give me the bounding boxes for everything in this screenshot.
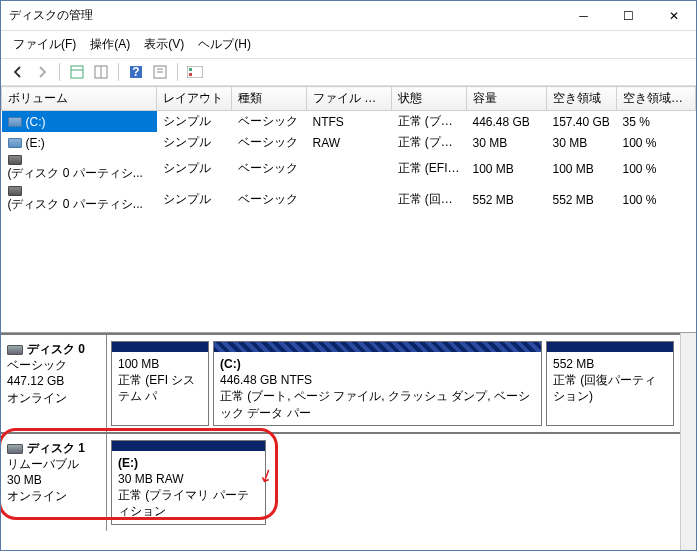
- table-row[interactable]: (ディスク 0 パーティシ...シンプルベーシック正常 (EFI ...100 …: [2, 153, 696, 184]
- disk-status: オンライン: [7, 488, 100, 504]
- col-fs[interactable]: ファイル システム: [307, 87, 392, 111]
- svg-rect-10: [189, 68, 192, 71]
- disk-icon: [7, 345, 23, 355]
- col-volume[interactable]: ボリューム: [2, 87, 157, 111]
- col-pct[interactable]: 空き領域の割...: [617, 87, 696, 111]
- menu-file[interactable]: ファイル(F): [7, 33, 82, 56]
- partition[interactable]: (C:) 446.48 GB NTFS 正常 (ブート, ページ ファイル, ク…: [213, 341, 542, 426]
- volume-icon: [8, 117, 22, 127]
- toolbar-legend-icon[interactable]: [184, 61, 206, 83]
- table-row[interactable]: (C:)シンプルベーシックNTFS正常 (ブート...446.48 GB157.…: [2, 111, 696, 133]
- partition-name: (C:): [220, 356, 535, 372]
- partition-status: 正常 (EFI システム パ: [118, 372, 202, 404]
- volume-icon: [8, 155, 22, 165]
- disk-map-area: ディスク 0 ベーシック 447.12 GB オンライン 100 MB 正常 (…: [1, 333, 696, 551]
- disk-partitions: (E:) 30 MB RAW 正常 (プライマリ パーティション ↙: [107, 434, 680, 531]
- close-button[interactable]: ✕: [651, 1, 696, 30]
- partition-name: (E:): [118, 455, 259, 471]
- col-capacity[interactable]: 容量: [467, 87, 547, 111]
- window-title: ディスクの管理: [9, 7, 561, 24]
- partition-status: 正常 (ブート, ページ ファイル, クラッシュ ダンプ, ベーシック データ …: [220, 388, 535, 420]
- menu-bar: ファイル(F) 操作(A) 表示(V) ヘルプ(H): [1, 31, 696, 58]
- partition-status: 正常 (プライマリ パーティション: [118, 487, 259, 519]
- disk-size: 30 MB: [7, 472, 100, 488]
- partition-header: [214, 342, 541, 352]
- partition-status: 正常 (回復パーティション): [553, 372, 667, 404]
- col-layout[interactable]: レイアウト: [157, 87, 232, 111]
- toolbar-view-icon[interactable]: [66, 61, 88, 83]
- svg-rect-9: [187, 66, 203, 78]
- vertical-scrollbar[interactable]: [680, 333, 696, 551]
- minimize-button[interactable]: ─: [561, 1, 606, 30]
- col-type[interactable]: 種類: [232, 87, 307, 111]
- disk-row: ディスク 1 リムーバブル 30 MB オンライン (E:) 30 MB RAW…: [1, 432, 680, 531]
- disk-row: ディスク 0 ベーシック 447.12 GB オンライン 100 MB 正常 (…: [1, 333, 680, 432]
- partition[interactable]: 552 MB 正常 (回復パーティション): [546, 341, 674, 426]
- svg-text:?: ?: [132, 65, 139, 79]
- disk-status: オンライン: [7, 390, 100, 406]
- toolbar-properties-icon[interactable]: [90, 61, 112, 83]
- table-header-row: ボリューム レイアウト 種類 ファイル システム 状態 容量 空き領域 空き領域…: [2, 87, 696, 111]
- separator: [59, 63, 60, 81]
- disk-name: ディスク 1: [27, 441, 85, 455]
- title-bar: ディスクの管理 ─ ☐ ✕: [1, 1, 696, 31]
- disk-partitions: 100 MB 正常 (EFI システム パ (C:) 446.48 GB NTF…: [107, 335, 680, 432]
- col-free[interactable]: 空き領域: [547, 87, 617, 111]
- disk-size: 447.12 GB: [7, 373, 100, 389]
- menu-view[interactable]: 表示(V): [138, 33, 190, 56]
- back-button[interactable]: [7, 61, 29, 83]
- table-row[interactable]: (ディスク 0 パーティシ...シンプルベーシック正常 (回復...552 MB…: [2, 184, 696, 215]
- refresh-icon[interactable]: [149, 61, 171, 83]
- disk-info[interactable]: ディスク 0 ベーシック 447.12 GB オンライン: [1, 335, 107, 432]
- partition-size: 552 MB: [553, 356, 667, 372]
- disk-map: ディスク 0 ベーシック 447.12 GB オンライン 100 MB 正常 (…: [1, 333, 680, 551]
- volume-list: ボリューム レイアウト 種類 ファイル システム 状態 容量 空き領域 空き領域…: [1, 86, 696, 333]
- disk-icon: [7, 444, 23, 454]
- disk-info[interactable]: ディスク 1 リムーバブル 30 MB オンライン: [1, 434, 107, 531]
- menu-action[interactable]: 操作(A): [84, 33, 136, 56]
- partition-size: 100 MB: [118, 356, 202, 372]
- svg-rect-0: [71, 66, 83, 78]
- table-row[interactable]: (E:)シンプルベーシックRAW正常 (プラ...30 MB30 MB100 %: [2, 132, 696, 153]
- disk-name: ディスク 0: [27, 342, 85, 356]
- separator: [118, 63, 119, 81]
- partition-header: [112, 441, 265, 451]
- svg-rect-11: [189, 73, 192, 76]
- volume-table: ボリューム レイアウト 種類 ファイル システム 状態 容量 空き領域 空き領域…: [1, 86, 696, 215]
- partition-size: 30 MB RAW: [118, 471, 259, 487]
- partition-header: [112, 342, 208, 352]
- window-controls: ─ ☐ ✕: [561, 1, 696, 30]
- toolbar: ?: [1, 58, 696, 86]
- forward-button[interactable]: [31, 61, 53, 83]
- disk-kind: リムーバブル: [7, 456, 100, 472]
- separator: [177, 63, 178, 81]
- disk-kind: ベーシック: [7, 357, 100, 373]
- volume-icon: [8, 186, 22, 196]
- menu-help[interactable]: ヘルプ(H): [192, 33, 257, 56]
- maximize-button[interactable]: ☐: [606, 1, 651, 30]
- partition[interactable]: (E:) 30 MB RAW 正常 (プライマリ パーティション: [111, 440, 266, 525]
- volume-icon: [8, 138, 22, 148]
- help-icon[interactable]: ?: [125, 61, 147, 83]
- partition-header: [547, 342, 673, 352]
- partition-size: 446.48 GB NTFS: [220, 372, 535, 388]
- col-status[interactable]: 状態: [392, 87, 467, 111]
- partition[interactable]: 100 MB 正常 (EFI システム パ: [111, 341, 209, 426]
